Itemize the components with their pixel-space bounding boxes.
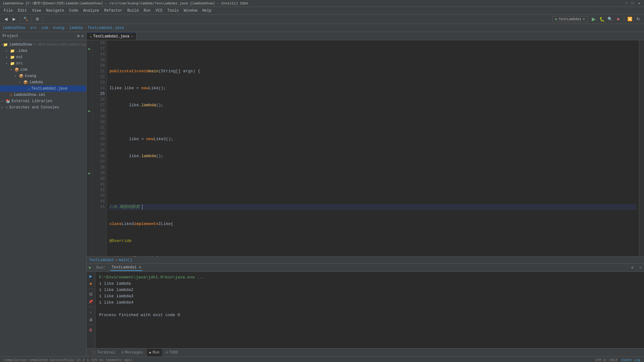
stop-button[interactable]: ■	[615, 16, 622, 23]
tree-item-iml[interactable]: ▸ ◇ lambdaShow.iml	[0, 92, 86, 98]
menu-run[interactable]: Run	[141, 8, 153, 14]
status-encoding[interactable]: UTF-8	[595, 358, 606, 362]
run-button[interactable]: ▶	[590, 16, 597, 23]
tree-label-iml: lambdaShow.iml	[14, 93, 45, 97]
debug-button[interactable]: 🐛	[598, 16, 605, 23]
tab-close-icon[interactable]: ✕	[131, 35, 133, 38]
back-button[interactable]: ◀	[3, 16, 9, 23]
status-event-log[interactable]: Event Log	[622, 358, 640, 362]
maximize-button[interactable]: □	[630, 1, 635, 5]
out-folder-icon: 📁	[10, 55, 15, 60]
close-button[interactable]: ✕	[637, 1, 641, 5]
nav-file[interactable]: TestLambda1.java	[87, 26, 124, 30]
editor-tab-testlambda1[interactable]: ☕ TestLambda1.java ✕	[86, 32, 136, 40]
code-line-26: class Like3 implements ILike{	[109, 221, 636, 227]
print-button[interactable]: 🖨	[88, 316, 94, 323]
nav-com[interactable]: com	[42, 26, 48, 30]
tree-item-idea[interactable]: ▸ 📁 .idea	[0, 48, 86, 54]
git-button[interactable]: 🔀	[626, 16, 633, 23]
java-file-icon: ☕	[28, 86, 30, 91]
editor-tabs: ☕ TestLambda1.java ✕	[86, 32, 644, 40]
code-line-17: public static void main(String[] args) {	[109, 69, 636, 74]
scroll-end-button[interactable]: ↓	[88, 309, 94, 315]
tree-item-src[interactable]: ▾ 📁 src	[0, 60, 86, 67]
restore-layout-button[interactable]: ⊡	[88, 291, 94, 297]
code-content[interactable]: public static void main(String[] args) {…	[107, 40, 639, 256]
run-output-line-1: i like lambda	[99, 281, 640, 287]
settings-button[interactable]: ⚙	[34, 16, 41, 23]
editor-gutter: ▶ ▶	[86, 40, 93, 256]
run-config-icon: ▶	[555, 17, 558, 21]
code-line-22: like.lambda();	[109, 153, 636, 159]
toolbar-separator-3	[43, 16, 43, 22]
menu-code[interactable]: Code	[67, 8, 81, 14]
nav-kuang[interactable]: kuang	[53, 26, 64, 30]
run-config-selector[interactable]: ▶ TestLambda1 ▾	[552, 16, 588, 22]
menu-file[interactable]: File	[1, 8, 15, 14]
menu-vcs[interactable]: VCS	[153, 8, 165, 14]
tree-item-testlambda1[interactable]: ▸ ☕ TestLambda1.java	[0, 85, 86, 92]
pin-tab-button[interactable]: 📌	[88, 299, 94, 305]
run-config-arrow: ▾	[583, 17, 585, 21]
nav-lambda[interactable]: lambda	[69, 26, 83, 30]
run-output-line-2: i like lambda2	[99, 287, 640, 293]
run-panel-close-icon[interactable]: ✕	[639, 265, 641, 270]
bottom-tab-todo[interactable]: 0 TODO	[163, 349, 180, 356]
tree-item-out[interactable]: ▸ 📁 out	[0, 54, 86, 60]
menu-analyze[interactable]: Analyze	[81, 8, 102, 14]
tree-item-scratches[interactable]: ▸ ✎ Scratches and Consoles	[0, 104, 86, 111]
code-line-19: like.lambda();	[109, 102, 636, 108]
tree-item-extlib[interactable]: ▸ 📚 External Libraries	[0, 98, 86, 104]
tree-item-kuang[interactable]: ▾ 📦 kuang	[0, 73, 86, 79]
bottom-tab-messages[interactable]: 0 Messages	[119, 349, 146, 356]
menu-help[interactable]: Help	[200, 8, 214, 14]
menu-build[interactable]: Build	[125, 8, 141, 14]
update-button[interactable]: ↻	[635, 16, 641, 23]
run-marker-17: ▶	[88, 47, 91, 51]
run-panel-settings-icon[interactable]: ⚙	[631, 265, 634, 270]
menu-window[interactable]: Window	[181, 8, 200, 14]
breadcrumb-main[interactable]: main()	[119, 258, 132, 262]
code-line-27: @Override	[109, 238, 636, 244]
status-line-ending[interactable]: CRLF	[609, 358, 618, 362]
run-tab-testlambda1[interactable]: TestLambda1 ✕	[110, 264, 142, 271]
bottom-tab-terminal[interactable]: ⬛ Terminal	[89, 349, 118, 356]
nav-project[interactable]: lambdaShow	[3, 26, 25, 30]
clear-output-button[interactable]: 🗑	[88, 327, 94, 333]
build-button[interactable]: 🔨	[22, 16, 29, 23]
menu-view[interactable]: View	[30, 8, 44, 14]
run-with-coverage-button[interactable]: 🔍	[607, 16, 613, 23]
project-close-icon[interactable]: ✕	[81, 34, 84, 38]
tree-label-scratches: Scratches and Consoles	[9, 105, 59, 110]
run-output-line-3: i like lambda3	[99, 293, 640, 299]
menu-navigate[interactable]: Navigate	[43, 8, 67, 14]
tree-item-com[interactable]: ▾ 📦 com	[0, 67, 86, 73]
menu-edit[interactable]: Edit	[15, 8, 30, 14]
run-tool-separator-2	[88, 307, 93, 307]
tab-label: TestLambda1.java	[93, 34, 129, 39]
menu-tools[interactable]: Tools	[165, 8, 181, 14]
tree-item-lambda[interactable]: ▾ 📦 lambda	[0, 79, 86, 85]
status-message: Compilation completed successfully in 2 …	[4, 358, 132, 362]
nav-src[interactable]: src	[30, 26, 37, 30]
editor-outer: ☕ TestLambda1.java ✕ ▶	[86, 32, 644, 356]
rerun-button[interactable]: ▶	[88, 273, 94, 279]
tree-item-lambdashow[interactable]: ▾ 📁 lambdaShow F:\教学\狂Demo\代码\lambda\lam…	[0, 41, 86, 48]
code-line-25: //4.局部内部类	[109, 204, 636, 210]
bottom-tab-run-label: Run	[153, 350, 159, 355]
project-gear-icon[interactable]: ⚙	[77, 34, 80, 38]
kuang-folder-icon: 📦	[19, 74, 24, 79]
run-tab-label: Run:	[95, 265, 107, 271]
menu-bar: File Edit View Navigate Code Analyze Ref…	[0, 7, 644, 14]
code-line-18: ILike like = new Like();	[109, 85, 636, 91]
code-editor[interactable]: ▶ ▶	[86, 40, 644, 256]
stop-run-button[interactable]: ■	[88, 281, 94, 287]
bottom-tab-run[interactable]: ▶ Run	[147, 349, 162, 356]
minimize-button[interactable]: ─	[624, 1, 629, 5]
breadcrumb-testlambda1[interactable]: TestLambda1	[89, 258, 114, 262]
run-output-line-4: i like lambda4	[99, 299, 640, 306]
menu-refactor[interactable]: Refactor	[102, 8, 125, 14]
forward-button[interactable]: ▶	[11, 16, 18, 23]
nav-bar: lambdaShow › src › com › kuang › lambda …	[0, 24, 644, 32]
tree-arrow-com: ▾	[10, 68, 14, 72]
